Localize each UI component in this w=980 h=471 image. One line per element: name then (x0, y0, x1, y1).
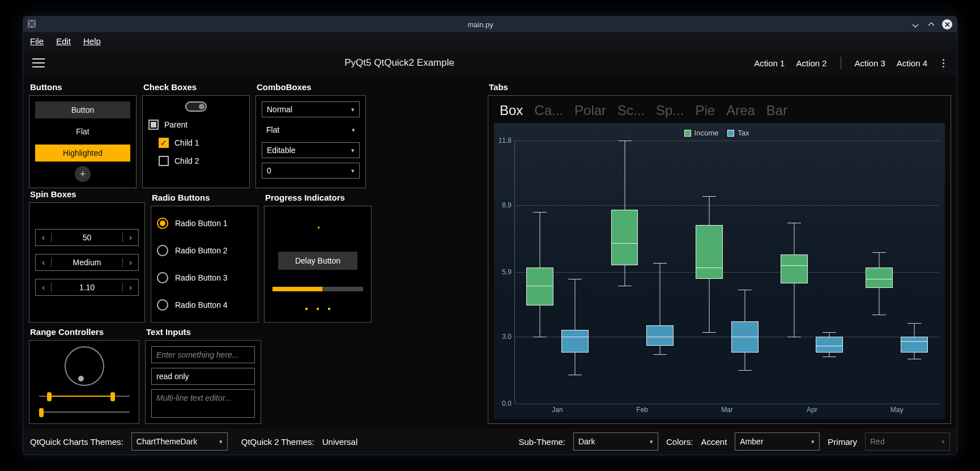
maximize-button[interactable] (926, 19, 936, 29)
radio-2-label: Radio Button 2 (175, 246, 228, 255)
spin-up-icon[interactable]: › (122, 283, 138, 292)
tab-pie[interactable]: Pie (695, 103, 715, 118)
combo-subtheme[interactable]: Dark▾ (573, 432, 658, 451)
section-range-title: Range Controllers (30, 327, 139, 337)
y-tick-label: 0.0 (502, 400, 512, 408)
combo-chart-theme[interactable]: ChartThemeDark▾ (131, 432, 228, 451)
tab-sc[interactable]: Sc... (617, 103, 645, 118)
box-income-feb (611, 141, 638, 404)
page-indicator[interactable] (305, 308, 330, 310)
chart-container: Income Tax 0.03.05.98.911.8JanFebMarAprM… (494, 123, 945, 419)
button-round-add[interactable]: + (75, 166, 91, 182)
spin-down-icon[interactable]: ‹ (36, 233, 52, 242)
action-4[interactable]: Action 4 (897, 58, 927, 68)
combo-number[interactable]: 0▾ (262, 163, 360, 179)
dial[interactable] (65, 346, 104, 386)
radio-3[interactable]: Radio Button 3 (157, 272, 252, 283)
menu-edit[interactable]: Edit (56, 36, 71, 46)
progress-bar (272, 287, 363, 291)
radio-1[interactable]: Radio Button 1 (157, 218, 252, 229)
tab-polar[interactable]: Polar (574, 103, 606, 118)
y-tick-label: 3.0 (502, 333, 512, 341)
footer-qtquick-label: QtQuick 2 Themes: (241, 437, 314, 447)
legend-income-label: Income (694, 129, 719, 137)
footer-charts-label: QtQuick Charts Themes: (30, 437, 123, 447)
menu-file[interactable]: File (30, 36, 44, 46)
panel-buttons: Button Flat Highlighted + (29, 95, 137, 188)
hamburger-icon[interactable] (32, 58, 45, 67)
action-1[interactable]: Action 1 (754, 58, 785, 68)
check-child-1[interactable]: ✓Child 1 (148, 138, 244, 148)
spinbox-int-value: 50 (52, 233, 122, 242)
radio-2[interactable]: Radio Button 2 (157, 245, 252, 256)
range-thumb-high[interactable] (110, 392, 115, 401)
combo-flat[interactable]: Flat▾ (262, 122, 360, 138)
check-child-2[interactable]: Child 2 (148, 156, 244, 166)
busy-indicator-icon (318, 227, 319, 228)
button-normal[interactable]: Button (35, 101, 130, 118)
combo-editable-value: Editable (267, 146, 296, 155)
text-input[interactable]: Enter something here... (151, 346, 255, 363)
tab-box[interactable]: Box (500, 103, 523, 118)
combo-number-value: 0 (267, 166, 271, 175)
text-input-readonly: read only (151, 368, 255, 385)
slider[interactable] (39, 406, 130, 418)
spin-down-icon[interactable]: ‹ (36, 258, 52, 267)
tab-bar[interactable]: Bar (766, 103, 787, 118)
radio-1-label: Radio Button 1 (175, 219, 228, 228)
combo-accent[interactable]: Amber▾ (735, 432, 820, 451)
checkbox-tristate-icon (148, 120, 159, 130)
spin-down-icon[interactable]: ‹ (36, 283, 52, 292)
combo-chart-theme-value: ChartThemeDark (137, 437, 197, 446)
action-2[interactable]: Action 2 (796, 58, 826, 68)
panel-combos: Normal▾ Flat▾ Editable▾ 0▾ (255, 95, 366, 188)
box-tax-feb (646, 141, 674, 404)
spinbox-double[interactable]: ‹1.10› (35, 279, 139, 296)
panel-spins: ‹50› ‹Medium› ‹1.10› (29, 202, 145, 323)
panel-text: Enter something here... read only Multi-… (145, 340, 261, 424)
tab-ca[interactable]: Ca... (534, 103, 563, 118)
range-slider[interactable] (39, 391, 130, 402)
box-income-jan (526, 141, 553, 404)
switch-toggle[interactable] (185, 101, 207, 112)
panel-checks: Parent ✓Child 1 Child 2 (142, 95, 250, 188)
panel-radios: Radio Button 1 Radio Button 2 Radio Butt… (151, 206, 258, 323)
minimize-button[interactable] (910, 19, 921, 29)
chevron-down-icon: ▾ (811, 438, 815, 445)
checkbox-checked-icon: ✓ (159, 138, 169, 148)
radio-4[interactable]: Radio Button 4 (157, 299, 252, 311)
box-tax-mar (731, 141, 759, 404)
spinbox-text[interactable]: ‹Medium› (35, 254, 139, 271)
combo-normal-value: Normal (267, 105, 292, 114)
overflow-icon[interactable] (939, 59, 948, 67)
box-income-mar (696, 141, 723, 404)
button-flat[interactable]: Flat (35, 123, 130, 140)
spin-up-icon[interactable]: › (122, 258, 138, 267)
combo-normal[interactable]: Normal▾ (262, 101, 360, 117)
text-area[interactable]: Multi-line text editor... (151, 389, 255, 418)
range-thumb-low[interactable] (47, 392, 52, 401)
check-parent[interactable]: Parent (148, 120, 244, 130)
action-3[interactable]: Action 3 (855, 58, 885, 68)
check-child-1-label: Child 1 (174, 138, 199, 147)
close-button[interactable]: ✕ (942, 19, 952, 29)
check-child-2-label: Child 2 (174, 156, 199, 166)
button-highlighted[interactable]: Highlighted (35, 145, 130, 162)
tab-area[interactable]: Area (726, 103, 755, 118)
spin-up-icon[interactable]: › (122, 233, 138, 242)
tab-sp[interactable]: Sp... (656, 103, 684, 118)
spinbox-int[interactable]: ‹50› (35, 229, 139, 246)
menu-help[interactable]: Help (83, 36, 101, 46)
footer-primary-label: Primary (828, 437, 857, 447)
combo-editable[interactable]: Editable▾ (262, 142, 360, 158)
x-tick-label: Apr (807, 406, 817, 414)
section-progress-title: Progress Indicators (265, 193, 372, 202)
delay-button[interactable]: Delay Button (278, 252, 357, 270)
window-title: main.py (50, 20, 910, 29)
slider-thumb[interactable] (39, 408, 44, 417)
x-tick-label: Feb (636, 406, 648, 414)
chevron-down-icon: ▾ (650, 438, 653, 445)
section-text-title: Text Inputs (146, 327, 261, 337)
y-tick-label: 8.9 (502, 201, 512, 209)
section-buttons-title: Buttons (30, 82, 137, 92)
